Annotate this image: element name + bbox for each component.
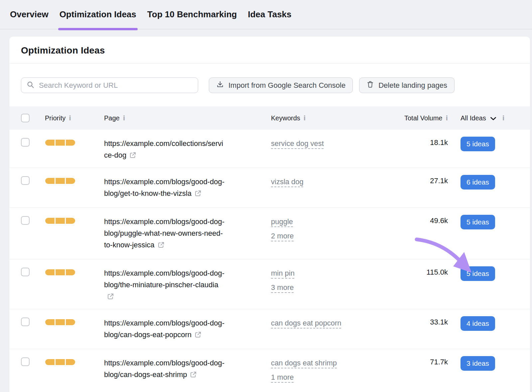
table-row: https://example.com/blogs/good-dog-blog/… bbox=[9, 208, 530, 259]
card-header: Optimization Ideas bbox=[9, 37, 530, 64]
keyword-link[interactable]: min pin bbox=[271, 267, 295, 279]
tab-idea-tasks[interactable]: Idea Tasks bbox=[248, 0, 291, 29]
table-row: https://example.com/blogs/good-dog-blog/… bbox=[9, 309, 530, 349]
keyword-link[interactable]: puggle bbox=[271, 216, 293, 227]
total-volume: 27.1k bbox=[393, 168, 448, 207]
keyword-link[interactable]: vizsla dog bbox=[271, 176, 304, 188]
row-checkbox[interactable] bbox=[21, 176, 30, 185]
external-link-icon[interactable] bbox=[158, 240, 165, 252]
row-checkbox[interactable] bbox=[21, 268, 30, 276]
ideas-button[interactable]: 5 ideas bbox=[461, 137, 495, 151]
ideas-button[interactable]: 6 ideas bbox=[461, 175, 495, 190]
priority-bar bbox=[45, 140, 75, 146]
total-volume: 18.1k bbox=[393, 130, 448, 168]
delete-landing-pages-button[interactable]: Delete landing pages bbox=[359, 77, 455, 93]
priority-bar bbox=[45, 359, 75, 365]
keyword-link[interactable]: service dog vest bbox=[271, 138, 324, 149]
row-checkbox[interactable] bbox=[21, 318, 30, 326]
table-header: Priority i Page i Keywords i Total Volum… bbox=[9, 106, 530, 130]
delete-button-label: Delete landing pages bbox=[378, 81, 447, 90]
ideas-button[interactable]: 4 ideas bbox=[461, 316, 495, 331]
ideas-button[interactable]: 3 ideas bbox=[461, 356, 495, 371]
external-link-icon[interactable] bbox=[190, 370, 197, 381]
total-volume: 115.0k bbox=[393, 259, 448, 309]
tab-top-10-benchmarking[interactable]: Top 10 Benchmarking bbox=[147, 0, 237, 29]
row-checkbox[interactable] bbox=[21, 216, 30, 225]
priority-bar bbox=[45, 269, 75, 275]
table-row: https://example.com/collections/service-… bbox=[9, 130, 530, 168]
total-volume-column-label: Total Volume bbox=[404, 114, 443, 122]
row-checkbox[interactable] bbox=[21, 138, 30, 147]
info-icon[interactable]: i bbox=[123, 115, 125, 121]
search-input[interactable] bbox=[39, 81, 193, 90]
external-link-icon[interactable] bbox=[107, 292, 114, 303]
external-link-icon[interactable] bbox=[195, 330, 201, 341]
keyword-link[interactable]: can dogs eat popcorn bbox=[271, 317, 341, 329]
total-volume: 49.6k bbox=[393, 208, 448, 259]
page-url: https://example.com/blogs/good-dog-blog/… bbox=[104, 359, 224, 379]
page-url: https://example.com/collections/service-… bbox=[104, 139, 223, 159]
tab-optimization-ideas[interactable]: Optimization Ideas bbox=[60, 0, 136, 29]
row-checkbox[interactable] bbox=[21, 357, 30, 366]
search-box bbox=[21, 77, 198, 93]
ideas-button[interactable]: 5 ideas bbox=[461, 215, 495, 229]
search-icon bbox=[27, 81, 35, 90]
optimization-ideas-card: Optimization Ideas Import from Google Se… bbox=[9, 37, 530, 392]
priority-bar bbox=[45, 178, 75, 184]
download-icon bbox=[216, 80, 224, 90]
table-body: https://example.com/collections/service-… bbox=[9, 130, 530, 392]
import-button-label: Import from Google Search Console bbox=[228, 81, 345, 90]
info-icon[interactable]: i bbox=[502, 115, 505, 121]
external-link-icon[interactable] bbox=[129, 150, 136, 162]
table-row: https://example.com/blogs/good-dog-blog/… bbox=[9, 259, 530, 309]
page-url: https://example.com/blogs/good-dog-blog/… bbox=[104, 269, 224, 289]
info-icon[interactable]: i bbox=[69, 115, 71, 121]
page-column-label: Page bbox=[104, 114, 120, 122]
tab-bar: Overview Optimization Ideas Top 10 Bench… bbox=[0, 0, 532, 29]
import-gsc-button[interactable]: Import from Google Search Console bbox=[209, 77, 353, 93]
more-keywords-link[interactable]: 2 more bbox=[271, 230, 294, 242]
priority-bar bbox=[45, 218, 75, 224]
external-link-icon[interactable] bbox=[195, 189, 201, 200]
toolbar: Import from Google Search Console Delete… bbox=[9, 64, 530, 106]
chevron-down-icon[interactable] bbox=[490, 115, 496, 122]
keywords-column-label: Keywords bbox=[271, 114, 300, 122]
trash-icon bbox=[366, 80, 374, 90]
ideas-filter-dropdown[interactable]: All Ideas bbox=[461, 114, 486, 122]
more-keywords-link[interactable]: 3 more bbox=[271, 282, 294, 293]
priority-bar bbox=[45, 319, 75, 325]
table-row: https://example.com/blogs/good-dog-blog/… bbox=[9, 168, 530, 208]
page-url: https://example.com/blogs/good-dog-blog/… bbox=[104, 178, 224, 197]
select-all-checkbox[interactable] bbox=[21, 114, 30, 122]
keyword-link[interactable]: can dogs eat shrimp bbox=[271, 357, 337, 369]
more-keywords-link[interactable]: 1 more bbox=[271, 371, 294, 383]
tab-overview[interactable]: Overview bbox=[10, 0, 49, 29]
total-volume: 71.7k bbox=[393, 349, 448, 392]
total-volume: 33.1k bbox=[393, 309, 448, 349]
page-url: https://example.com/blogs/good-dog-blog/… bbox=[104, 319, 224, 339]
page-title: Optimization Ideas bbox=[21, 45, 518, 56]
info-icon[interactable]: i bbox=[304, 115, 306, 121]
priority-column-label: Priority bbox=[45, 114, 66, 122]
ideas-button[interactable]: 5 ideas bbox=[461, 266, 495, 281]
table-row: https://example.com/blogs/good-dog-blog/… bbox=[9, 349, 530, 392]
